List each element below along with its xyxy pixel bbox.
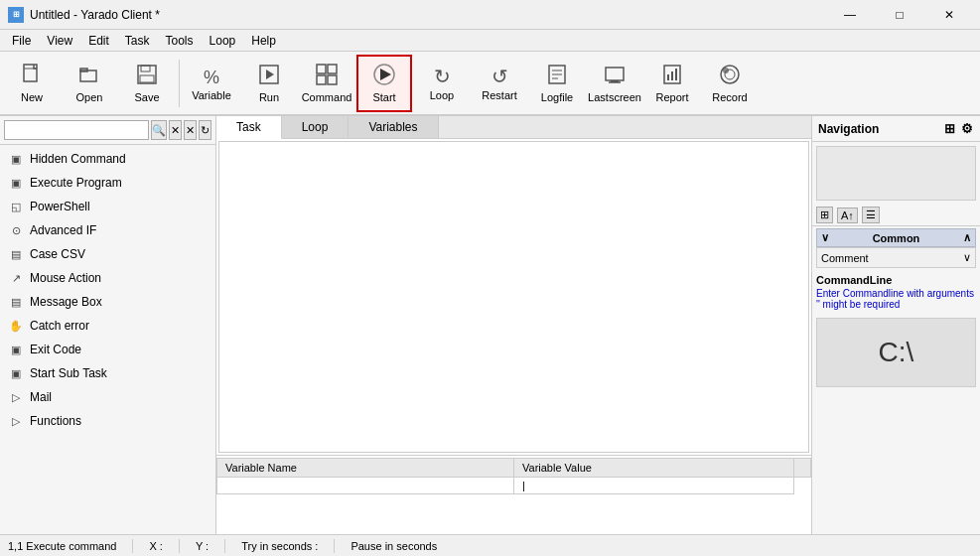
common-item-comment[interactable]: Comment ∨ — [821, 250, 971, 265]
open-label: Open — [76, 91, 103, 103]
variable-label: Variable — [192, 89, 231, 101]
list-item-mouse-action[interactable]: ↗Mouse Action — [0, 266, 215, 290]
menu-edit[interactable]: Edit — [80, 32, 117, 50]
list-item-start-sub-task[interactable]: ▣Start Sub Task — [0, 361, 215, 385]
menu-task[interactable]: Task — [117, 32, 158, 50]
menu-help[interactable]: Help — [243, 32, 284, 50]
nav-toolbar: ⊞ A↑ ☰ — [812, 205, 980, 226]
record-label: Record — [712, 91, 747, 103]
list-item-label: Mail — [30, 390, 52, 404]
start-icon — [373, 64, 395, 85]
list-item-catch-error[interactable]: ✋Catch error — [0, 314, 215, 338]
restart-icon: ↺ — [491, 66, 508, 87]
list-item-icon: ▷ — [8, 389, 24, 405]
menu-loop[interactable]: Loop — [202, 32, 244, 50]
search-button[interactable]: 🔍 — [151, 120, 167, 140]
sort-button[interactable]: ✕ — [184, 120, 197, 140]
nav-tool-grid[interactable]: ⊞ — [816, 207, 833, 223]
toolbar-btn-record[interactable]: Record — [702, 55, 758, 112]
loop-icon: ↻ — [434, 66, 451, 87]
cmd-terminal-icon: C:\ — [879, 337, 914, 368]
menu-file[interactable]: File — [4, 32, 39, 50]
list-item-label: Mouse Action — [30, 271, 101, 285]
svg-rect-11 — [317, 75, 326, 84]
status-sep-2 — [179, 539, 180, 553]
record-icon — [719, 64, 741, 85]
close-button[interactable]: ✕ — [926, 0, 972, 30]
menu-tools[interactable]: Tools — [158, 32, 202, 50]
common-section: ∨ Common ∧ Comment ∨ — [816, 228, 976, 268]
nav-tool-sort[interactable]: A↑ — [837, 208, 858, 223]
menu-view[interactable]: View — [39, 32, 80, 50]
variable-toolbar-icon: % — [204, 66, 219, 87]
list-item-case-csv[interactable]: ▤Case CSV — [0, 242, 215, 266]
command-list: ▣Hidden Command▣Execute Program◱PowerShe… — [0, 145, 215, 534]
refresh-button[interactable]: ↻ — [199, 120, 211, 140]
list-item-exit-code[interactable]: ▣Exit Code — [0, 338, 215, 361]
toolbar-btn-open[interactable]: Open — [62, 55, 117, 112]
start-toolbar-icon — [373, 64, 395, 89]
svg-rect-9 — [317, 65, 326, 73]
common-section-header[interactable]: ∨ Common ∧ — [816, 228, 976, 247]
run-icon — [258, 64, 280, 85]
minimize-button[interactable]: — — [827, 0, 873, 30]
title-bar: ⊞ Untitled - Yarado Client * — □ ✕ — [0, 0, 980, 30]
svg-rect-25 — [675, 69, 677, 80]
col-scroll — [794, 459, 811, 478]
tab-loop[interactable]: Loop — [282, 116, 350, 138]
new-toolbar-icon — [21, 64, 43, 89]
right-panel: Navigation ⊞ ⚙ ⊞ A↑ ☰ ∨ Common ∧ Comment… — [811, 116, 980, 534]
toolbar-btn-report[interactable]: Report — [644, 55, 700, 112]
nav-icon-group: ⊞ ⚙ — [943, 120, 974, 137]
nav-grid-icon[interactable]: ⊞ — [943, 120, 956, 137]
list-item-label: Exit Code — [30, 343, 81, 356]
window-title: Untitled - Yarado Client * — [30, 8, 827, 22]
toolbar-btn-lastscreen[interactable]: Lastscreen — [587, 55, 642, 112]
toolbar-sep-1 — [179, 60, 180, 107]
nav-tool-view[interactable]: ☰ — [862, 207, 880, 223]
list-item-powershell[interactable]: ◱PowerShell — [0, 195, 215, 218]
list-item-hidden-command[interactable]: ▣Hidden Command — [0, 147, 215, 171]
filter-button[interactable]: ✕ — [169, 120, 182, 140]
toolbar-btn-restart[interactable]: ↺Restart — [472, 55, 527, 112]
list-item-label: PowerShell — [30, 200, 90, 213]
list-item-icon: ↗ — [8, 270, 24, 286]
status-bar: 1,1 Execute command X : Y : Try in secon… — [0, 534, 980, 556]
toolbar-btn-command[interactable]: Command — [299, 55, 354, 112]
toolbar-btn-new[interactable]: New — [4, 55, 60, 112]
report-icon — [661, 64, 683, 85]
list-item-functions[interactable]: ▷Functions — [0, 409, 215, 433]
svg-point-26 — [721, 66, 739, 83]
list-item-icon: ▷ — [8, 413, 24, 429]
list-item-advanced-if[interactable]: ⊙Advanced IF — [0, 218, 215, 242]
list-item-mail[interactable]: ▷Mail — [0, 385, 215, 409]
var-name-cell[interactable] — [217, 478, 514, 494]
svg-rect-24 — [671, 71, 673, 80]
list-item-execute-program[interactable]: ▣Execute Program — [0, 171, 215, 195]
search-input[interactable] — [4, 120, 149, 140]
maximize-button[interactable]: □ — [877, 0, 922, 30]
tab-variables[interactable]: Variables — [349, 116, 438, 138]
nav-gear-icon[interactable]: ⚙ — [960, 120, 974, 137]
task-canvas[interactable] — [218, 141, 809, 453]
common-title: Common — [873, 232, 920, 244]
svg-rect-23 — [667, 74, 669, 80]
left-search-bar: 🔍 ✕ ✕ ↻ — [0, 116, 215, 145]
list-item-icon: ▣ — [8, 365, 24, 381]
list-item-message-box[interactable]: ▤Message Box — [0, 290, 215, 314]
var-value-cell[interactable]: | — [514, 478, 794, 494]
toolbar-btn-logfile[interactable]: Logfile — [529, 55, 585, 112]
tab-task[interactable]: Task — [216, 116, 282, 139]
toolbar-btn-save[interactable]: Save — [119, 55, 175, 112]
window-controls: — □ ✕ — [827, 0, 972, 30]
loop-toolbar-icon: ↻ — [434, 66, 451, 87]
toolbar-btn-loop[interactable]: ↻Loop — [414, 55, 470, 112]
start-label: Start — [372, 91, 395, 103]
list-item-icon: ▣ — [8, 175, 24, 191]
toolbar-btn-start[interactable]: Start — [356, 55, 412, 112]
status-sep-3 — [224, 539, 225, 553]
toolbar-btn-variable[interactable]: %Variable — [184, 55, 239, 112]
command-info: CommandLine Enter Commandline with argum… — [816, 274, 976, 310]
loop-label: Loop — [430, 89, 454, 101]
toolbar-btn-run[interactable]: Run — [241, 55, 297, 112]
